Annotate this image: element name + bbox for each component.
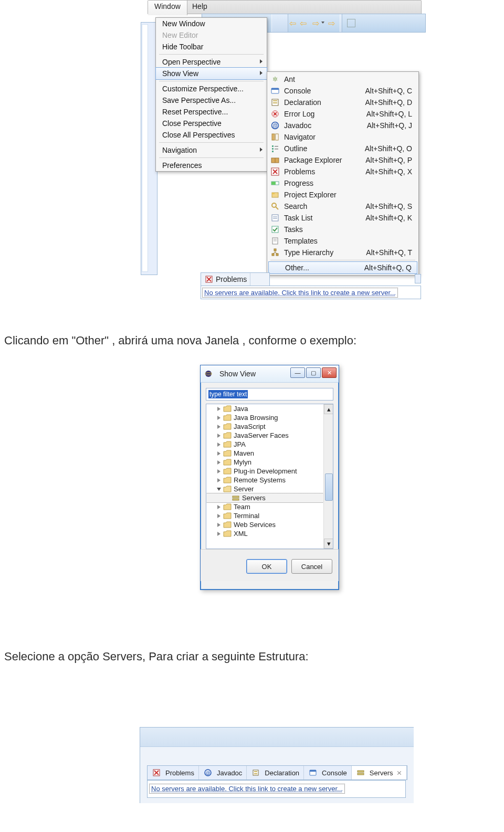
tree-node-servers[interactable]: Servers (206, 493, 333, 503)
nav-back-extra-icon[interactable]: ⇦ (289, 18, 299, 28)
declaration-icon (251, 768, 260, 777)
nav-forward-extra-icon[interactable]: ⇨ (328, 18, 338, 28)
tree-node-plug-in-development[interactable]: Plug-in Development (206, 467, 333, 476)
nav-forward-icon[interactable]: ⇨ (312, 18, 322, 28)
tree-twist-icon[interactable] (216, 459, 222, 466)
tree-node-java-browsing[interactable]: Java Browsing (206, 413, 333, 422)
tree-node-terminal[interactable]: Terminal (206, 511, 333, 520)
filter-input[interactable]: type filter text (206, 388, 333, 401)
svg-rect-12 (276, 134, 278, 140)
submenu-item-tasks[interactable]: Tasks (267, 224, 418, 235)
tab-servers[interactable]: Servers ⨯ (352, 766, 407, 780)
menu-separator (159, 81, 264, 81)
tab-javadoc[interactable]: @ Javadoc (199, 766, 247, 780)
tree-node-server[interactable]: Server (206, 485, 333, 493)
menu-item-close-perspective[interactable]: Close Perspective (156, 118, 267, 129)
submenu-item-label: Project Explorer (284, 191, 352, 199)
menu-item-close-all-perspectives[interactable]: Close All Perspectives (156, 129, 267, 141)
window-minimize-button[interactable]: — (290, 367, 305, 378)
tab-problems[interactable]: Problems (148, 766, 199, 780)
submenu-item-templates[interactable]: Templates (267, 235, 418, 247)
nav-back-icon[interactable]: ⇦ (300, 18, 309, 28)
svg-rect-32 (272, 226, 278, 233)
submenu-item-error-log[interactable]: Error LogAlt+Shift+Q, L (267, 108, 418, 120)
tree-twist-icon[interactable] (216, 433, 222, 439)
tree-node-xml[interactable]: XML (206, 529, 333, 538)
menu-item-save-perspective-as[interactable]: Save Perspective As... (156, 94, 267, 106)
console-icon (270, 86, 280, 96)
tree-node-mylyn[interactable]: Mylyn (206, 458, 333, 467)
tree-twist-icon[interactable] (216, 441, 222, 448)
cancel-button[interactable]: Cancel (291, 559, 332, 574)
tab-declaration[interactable]: Declaration (247, 766, 304, 780)
tree-twist-icon[interactable] (216, 486, 222, 492)
menu-item-preferences[interactable]: Preferences (156, 160, 267, 171)
tree-twist-icon[interactable] (216, 522, 222, 528)
tree-twist-icon[interactable] (216, 531, 222, 537)
window-close-button[interactable]: ✕ (322, 367, 337, 378)
submenu-item-task-list[interactable]: Task ListAlt+Shift+Q, K (267, 212, 418, 224)
tree-node-java[interactable]: Java (206, 404, 333, 413)
submenu-item-progress[interactable]: Progress (267, 177, 418, 189)
dropdown-arrow-icon[interactable] (321, 22, 324, 24)
create-server-link-bottom[interactable]: No servers are available. Click this lin… (149, 784, 345, 794)
tree-twist-icon[interactable] (216, 424, 222, 430)
tree-node-web-services[interactable]: Web Services (206, 520, 333, 529)
menu-item-new-window[interactable]: New Window (156, 18, 267, 29)
tree-twist-icon[interactable] (216, 415, 222, 421)
menu-help[interactable]: Help (186, 1, 214, 15)
folder-icon (223, 486, 232, 493)
console-icon (308, 768, 318, 777)
close-tab-icon[interactable]: ⨯ (396, 769, 402, 777)
submenu-item-outline[interactable]: OutlineAlt+Shift+Q, O (267, 143, 418, 154)
submenu-item-javadoc[interactable]: @JavadocAlt+Shift+Q, J (267, 120, 418, 131)
tree-node-remote-systems[interactable]: Remote Systems (206, 476, 333, 485)
submenu-item-label: Javadoc (284, 121, 352, 130)
ok-button[interactable]: OK (246, 559, 287, 574)
view-tree[interactable]: JavaJava BrowsingJavaScriptJavaServer Fa… (206, 404, 333, 549)
submenu-item-search[interactable]: SearchAlt+Shift+Q, S (267, 201, 418, 212)
menu-item-customize-perspective[interactable]: Customize Perspective... (156, 83, 267, 94)
tree-twist-icon[interactable] (216, 477, 222, 483)
scrollbar-vertical[interactable]: ▴ ▾ (323, 404, 333, 549)
submenu-item-project-explorer[interactable]: Project Explorer (267, 189, 418, 201)
menu-item-reset-perspective[interactable]: Reset Perspective... (156, 106, 267, 118)
menu-item-show-view[interactable]: Show View (155, 67, 267, 80)
submenu-item-label: Error Log (284, 110, 352, 118)
search-icon (270, 202, 280, 211)
tree-node-javascript[interactable]: JavaScript (206, 422, 333, 431)
tree-twist-icon[interactable] (216, 504, 222, 510)
menu-item-open-perspective[interactable]: Open Perspective (156, 56, 267, 68)
scroll-thumb[interactable] (325, 473, 333, 501)
submenu-item-navigator[interactable]: Navigator (267, 131, 418, 143)
tree-twist-icon[interactable] (216, 468, 222, 475)
submenu-item-package-explorer[interactable]: Package ExplorerAlt+Shift+Q, P (267, 154, 418, 166)
toolbar-square-icon[interactable] (347, 19, 355, 27)
svg-rect-35 (274, 240, 277, 241)
tree-twist-icon[interactable] (216, 450, 222, 457)
submenu-item-other[interactable]: Other...Alt+Shift+Q, Q (268, 261, 417, 274)
menu-item-hide-toolbar[interactable]: Hide Toolbar (156, 41, 267, 52)
submenu-item-declaration[interactable]: DeclarationAlt+Shift+Q, D (267, 97, 418, 108)
tree-twist-icon[interactable] (216, 406, 222, 412)
tree-node-team[interactable]: Team (206, 502, 333, 511)
tree-node-maven[interactable]: Maven (206, 449, 333, 458)
tree-node-javaserver-faces[interactable]: JavaServer Faces (206, 431, 333, 440)
toolbar-button[interactable] (271, 14, 288, 32)
submenu-item-problems[interactable]: ProblemsAlt+Shift+Q, X (267, 166, 418, 177)
tree-node-jpa[interactable]: JPA (206, 440, 333, 449)
scroll-up-button[interactable]: ▴ (324, 404, 333, 414)
tab-console[interactable]: Console (304, 766, 352, 780)
create-server-link[interactable]: No servers are available. Click this lin… (202, 288, 398, 298)
submenu-item-ant[interactable]: ✲Ant (267, 73, 418, 85)
tab-problems[interactable]: Problems (201, 273, 250, 286)
submenu-item-type-hierarchy[interactable]: Type HierarchyAlt+Shift+Q, T (267, 247, 418, 258)
menu-window[interactable]: Window (148, 1, 187, 15)
tree-twist-icon[interactable] (216, 513, 222, 519)
scroll-down-button[interactable]: ▾ (324, 539, 333, 549)
submenu-item-console[interactable]: ConsoleAlt+Shift+Q, C (267, 85, 418, 97)
menu-item-navigation[interactable]: Navigation (156, 144, 267, 156)
window-maximize-button[interactable]: ▢ (306, 367, 321, 378)
javadoc-icon: @ (270, 121, 280, 130)
show-view-dialog: Show View — ▢ ✕ type filter text JavaJav… (200, 365, 339, 590)
